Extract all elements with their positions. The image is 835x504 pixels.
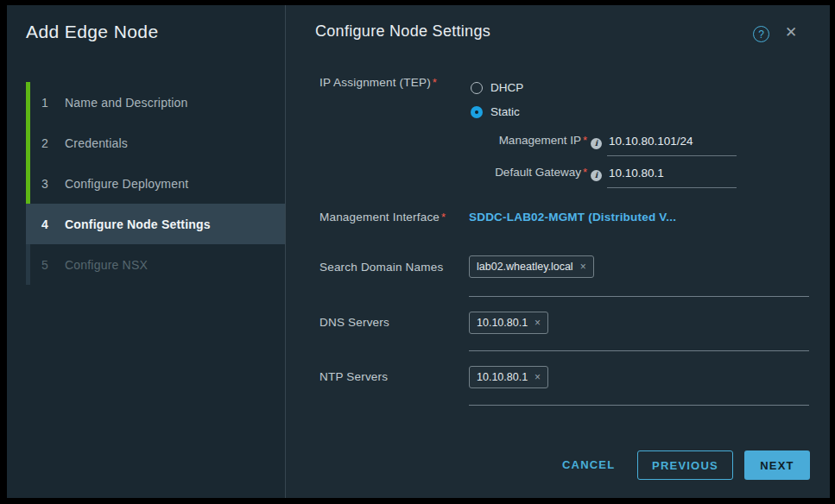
chip-remove-icon[interactable]: ×	[535, 317, 541, 329]
dns-servers-label: DNS Servers	[319, 316, 389, 329]
default-gateway-label: Default Gateway*i	[286, 166, 602, 181]
static-radio[interactable]: Static	[471, 105, 520, 118]
configure-node-settings-panel: Configure Node Settings ? ✕ IP Assignmen…	[286, 5, 830, 498]
step-label: Configure Deployment	[65, 177, 188, 191]
step-configure-deployment[interactable]: 3 Configure Deployment	[26, 163, 285, 204]
label-text: Management Interface	[319, 211, 440, 224]
required-asterisk: *	[441, 211, 446, 224]
step-progress-bar	[26, 244, 30, 285]
ntp-servers-label: NTP Servers	[319, 370, 388, 383]
radio-circle-icon	[471, 82, 483, 94]
step-label: Configure Node Settings	[65, 217, 211, 231]
close-icon[interactable]: ✕	[785, 24, 797, 41]
chip-remove-icon[interactable]: ×	[580, 261, 586, 273]
required-asterisk: *	[433, 76, 437, 89]
chip-text: lab02.wheatley.local	[477, 261, 573, 273]
dns-servers-input-underline[interactable]	[469, 350, 809, 351]
wizard-steps: 1 Name and Description 2 Credentials 3 C…	[7, 82, 285, 285]
required-asterisk: *	[583, 166, 587, 179]
search-domain-input-underline[interactable]	[469, 296, 809, 297]
add-edge-node-dialog: Add Edge Node 1 Name and Description 2 C…	[7, 5, 830, 498]
radio-label: Static	[490, 105, 520, 118]
management-ip-label: Management IP*i	[286, 134, 602, 149]
step-configure-node-settings[interactable]: 4 Configure Node Settings	[26, 204, 285, 244]
step-progress-bar	[26, 82, 30, 123]
radio-selected-icon	[471, 106, 483, 118]
label-text: IP Assignment (TEP)	[319, 76, 431, 89]
chip-remove-icon[interactable]: ×	[535, 371, 541, 383]
radio-label: DHCP	[490, 81, 523, 94]
dns-server-chip: 10.10.80.1 ×	[469, 312, 548, 334]
dhcp-radio[interactable]: DHCP	[471, 81, 523, 94]
step-label: Name and Description	[65, 96, 188, 110]
step-number: 4	[41, 217, 55, 231]
help-icon[interactable]: ?	[753, 26, 769, 42]
step-configure-nsx: 5 Configure NSX	[26, 244, 285, 285]
step-number: 2	[41, 136, 55, 150]
step-progress-bar	[26, 163, 30, 204]
next-button[interactable]: NEXT	[744, 450, 810, 480]
management-interface-link[interactable]: SDDC-LAB02-MGMT (Distributed V...	[469, 211, 676, 224]
step-progress-bar	[26, 204, 30, 244]
previous-button[interactable]: PREVIOUS	[637, 450, 733, 480]
required-asterisk: *	[583, 134, 587, 147]
label-text: Management IP	[499, 134, 581, 147]
search-domain-names-label: Search Domain Names	[319, 261, 443, 274]
step-number: 5	[41, 258, 55, 272]
step-number: 3	[41, 177, 55, 191]
info-icon[interactable]: i	[591, 138, 602, 149]
wizard-sidebar: Add Edge Node 1 Name and Description 2 C…	[7, 5, 285, 498]
step-label: Credentials	[65, 136, 128, 150]
step-name-and-description[interactable]: 1 Name and Description	[26, 82, 285, 123]
info-icon[interactable]: i	[591, 170, 602, 181]
step-progress-bar	[26, 123, 30, 163]
cancel-button[interactable]: CANCEL	[562, 458, 615, 471]
management-interface-label: Management Interface*	[319, 211, 446, 224]
search-domain-chip: lab02.wheatley.local ×	[469, 255, 594, 278]
label-text: Default Gateway	[495, 166, 581, 179]
panel-heading: Configure Node Settings	[315, 22, 490, 41]
chip-text: 10.10.80.1	[477, 317, 528, 329]
step-credentials[interactable]: 2 Credentials	[26, 123, 285, 163]
default-gateway-input[interactable]	[607, 167, 737, 188]
ntp-server-chip: 10.10.80.1 ×	[469, 366, 548, 388]
step-label: Configure NSX	[65, 258, 148, 272]
ntp-servers-input-underline[interactable]	[469, 405, 809, 406]
management-ip-input[interactable]	[607, 135, 737, 156]
chip-text: 10.10.80.1	[477, 371, 528, 383]
wizard-title: Add Edge Node	[26, 22, 158, 42]
ip-assignment-label: IP Assignment (TEP)*	[319, 76, 437, 89]
step-number: 1	[41, 96, 55, 110]
